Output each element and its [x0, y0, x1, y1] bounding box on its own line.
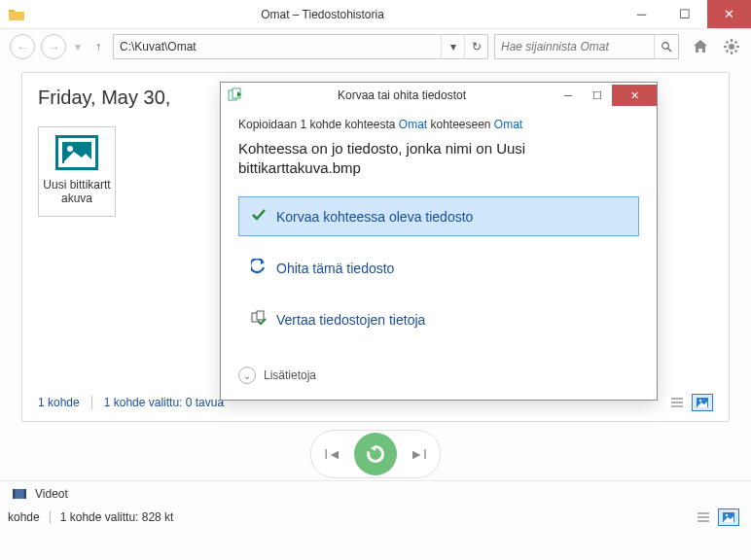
maximize-button[interactable]: ☐: [663, 0, 707, 28]
folder-icon: [8, 6, 25, 23]
crumb-prefix: Kopioidaan 1 kohde kohteesta: [238, 118, 399, 131]
footer-selection: 1 kohde valittu: 828 kt: [60, 510, 174, 524]
address-text[interactable]: C:\Kuvat\Omat: [114, 40, 441, 53]
svg-rect-20: [24, 489, 27, 499]
playback-controls: I◄ ►I: [0, 428, 751, 480]
replace-action-label: Korvaa kohteessa oleva tiedosto: [276, 209, 473, 225]
replace-action[interactable]: Korvaa kohteessa oleva tiedosto: [238, 196, 639, 236]
more-details-label: Lisätietoja: [264, 368, 316, 382]
address-dropdown[interactable]: ▾: [441, 35, 464, 58]
status-selection: 1 kohde valittu: 0 tavua: [104, 396, 224, 409]
compare-action[interactable]: Vertaa tiedostojen tietoja: [238, 299, 639, 339]
svg-line-9: [735, 42, 737, 44]
window-controls: ─ ☐ ✕: [620, 0, 751, 28]
dialog-body: Kopioidaan 1 kohde kohteesta Omat kohtee…: [221, 108, 657, 400]
file-item[interactable]: Uusi bittikarttakuva: [38, 126, 116, 217]
location-row: Videot: [0, 480, 751, 506]
footer-view-toggle: [693, 508, 739, 526]
prev-button[interactable]: I◄: [321, 442, 344, 466]
history-dropdown[interactable]: ▾: [72, 40, 84, 53]
dialog-window-controls: ─ ☐ ✕: [554, 85, 657, 106]
footer-item-count: kohde: [8, 510, 40, 524]
svg-line-1: [668, 49, 671, 52]
dialog-title: Korvaa tai ohita tiedostot: [250, 88, 554, 102]
crumb-source-link[interactable]: Omat: [399, 118, 427, 131]
compare-action-label: Vertaa tiedostojen tietoja: [276, 312, 425, 328]
dialog-close-button[interactable]: ✕: [612, 85, 657, 106]
skip-action[interactable]: Ohita tämä tiedosto: [238, 248, 639, 288]
main-titlebar: Omat – Tiedostohistoria ─ ☐ ✕: [0, 0, 751, 29]
compare-icon: [251, 310, 267, 329]
dialog-titlebar: Korvaa tai ohita tiedostot ─ ☐ ✕: [221, 83, 657, 108]
location-label[interactable]: Videot: [35, 487, 68, 501]
restore-button[interactable]: [354, 433, 397, 475]
refresh-button[interactable]: ↻: [464, 35, 487, 58]
image-icon: [55, 135, 98, 170]
close-button[interactable]: ✕: [707, 0, 751, 28]
svg-point-12: [67, 146, 73, 152]
gear-icon[interactable]: [722, 37, 741, 56]
address-bar[interactable]: C:\Kuvat\Omat ▾ ↻: [113, 34, 488, 59]
svg-point-2: [729, 44, 734, 50]
chevron-down-icon: ⌄: [238, 367, 256, 384]
back-button[interactable]: ←: [10, 34, 35, 59]
dialog-maximize-button[interactable]: ☐: [583, 85, 612, 106]
dialog-message: Kohteessa on jo tiedosto, jonka nimi on …: [238, 139, 639, 177]
thumbnails-view-button[interactable]: [692, 394, 713, 411]
view-toggle: [666, 394, 713, 411]
copy-operation-icon: [227, 87, 244, 104]
svg-rect-19: [13, 489, 16, 499]
dialog-crumb: Kopioidaan 1 kohde kohteesta Omat kohtee…: [238, 118, 639, 131]
checkmark-icon: [251, 207, 267, 226]
footer-status-bar: kohde 1 kohde valittu: 828 kt: [0, 506, 751, 532]
svg-point-17: [699, 400, 701, 402]
svg-line-10: [727, 51, 729, 52]
search-input[interactable]: [495, 40, 654, 53]
replace-skip-dialog: Korvaa tai ohita tiedostot ─ ☐ ✕ Kopioid…: [220, 82, 658, 401]
status-item-count: 1 kohde: [38, 396, 80, 409]
footer-details-view-button[interactable]: [693, 508, 714, 526]
dialog-minimize-button[interactable]: ─: [554, 85, 583, 106]
file-label: Uusi bittikarttakuva: [43, 178, 111, 206]
footer-thumbnails-view-button[interactable]: [718, 508, 739, 526]
video-icon: [12, 487, 27, 501]
skip-action-label: Ohita tämä tiedosto: [276, 261, 394, 276]
forward-button[interactable]: →: [41, 34, 66, 59]
crumb-middle: kohteeseen: [427, 118, 494, 131]
home-icon[interactable]: [691, 37, 710, 56]
svg-point-0: [662, 43, 669, 50]
search-box[interactable]: [494, 34, 679, 59]
next-button[interactable]: ►I: [407, 442, 430, 466]
toolbar: ← → ▾ ↑ C:\Kuvat\Omat ▾ ↻: [0, 29, 751, 64]
window-title: Omat – Tiedostohistoria: [261, 8, 384, 21]
more-details[interactable]: ⌄ Lisätietoja: [238, 367, 639, 384]
dialog-actions: Korvaa kohteessa oleva tiedosto Ohita tä…: [238, 196, 639, 339]
footer-separator: [50, 510, 51, 524]
svg-line-8: [735, 51, 737, 52]
playback-pill: I◄ ►I: [310, 430, 441, 478]
status-separator: [91, 396, 92, 409]
svg-rect-29: [257, 311, 264, 320]
svg-point-25: [726, 514, 728, 516]
details-view-button[interactable]: [666, 394, 688, 411]
skip-arrow-icon: [251, 259, 267, 277]
up-button[interactable]: ↑: [89, 40, 107, 53]
minimize-button[interactable]: ─: [620, 0, 663, 28]
search-icon[interactable]: [654, 35, 678, 58]
svg-line-7: [727, 42, 729, 44]
crumb-dest-link[interactable]: Omat: [494, 118, 522, 131]
